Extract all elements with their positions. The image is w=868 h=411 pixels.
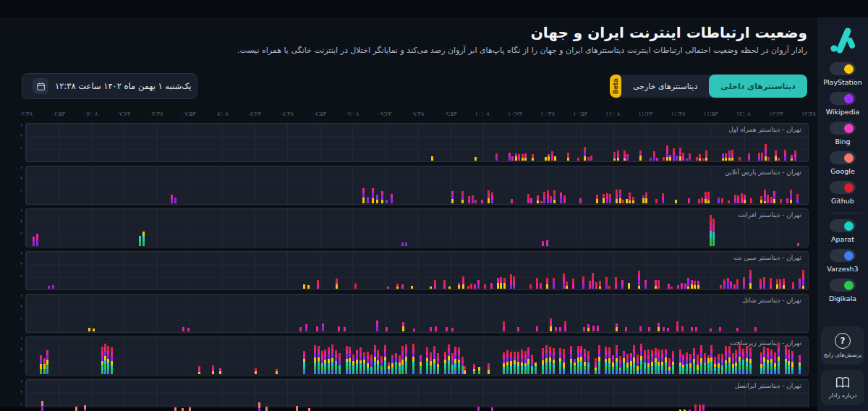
status-bar xyxy=(653,151,655,161)
beta-badge: Beta xyxy=(610,75,621,98)
status-bar xyxy=(346,346,348,374)
status-bar xyxy=(633,345,635,374)
time-axis-label: ۱۱:۰۸ xyxy=(605,111,620,117)
status-bar xyxy=(686,158,688,161)
time-axis-label: ۱۱:۵۳ xyxy=(704,111,718,117)
status-bar xyxy=(413,329,415,331)
tab-internal-datacenters[interactable]: دیتاسنترهای داخلی xyxy=(709,75,807,98)
status-bar xyxy=(308,408,310,411)
status-bar xyxy=(584,349,586,374)
service-toggle-digikala[interactable] xyxy=(830,279,856,292)
service-toggle-varzesh3[interactable] xyxy=(830,249,856,262)
status-bar xyxy=(444,352,446,374)
status-bar xyxy=(467,286,469,289)
y-axis-tick: ۶ xyxy=(20,336,23,342)
y-axis-tick: ۰ xyxy=(20,368,23,374)
status-bar xyxy=(497,278,499,289)
service-toggle-bing[interactable] xyxy=(830,122,856,135)
service-toggle-aparat[interactable] xyxy=(830,219,856,232)
status-bar xyxy=(707,192,710,203)
status-bar xyxy=(517,327,519,331)
status-bar xyxy=(637,355,639,374)
y-axis-tick: ۶ xyxy=(20,208,23,213)
status-bar xyxy=(650,158,652,161)
status-bar xyxy=(681,326,684,331)
status-bar xyxy=(689,354,692,374)
service-toggle-wikipedia[interactable] xyxy=(830,92,856,105)
status-bar xyxy=(597,326,599,331)
status-bar xyxy=(472,195,474,203)
status-bar xyxy=(391,355,393,374)
status-bar xyxy=(746,346,748,374)
status-bar xyxy=(791,155,793,161)
status-bar xyxy=(679,349,681,374)
time-axis-label: ۱۰:۵۳ xyxy=(573,111,587,117)
status-bar xyxy=(405,242,407,246)
status-bar xyxy=(773,191,775,203)
status-bar xyxy=(655,199,658,203)
status-bar xyxy=(695,327,697,331)
tab-external-datacenters[interactable]: دیتاسنترهای خارجی xyxy=(621,75,709,98)
y-axis-tick: ۴ xyxy=(20,219,23,224)
datacenter-chart-rows: تهران - دیتاسنتر همراه اول۶۴۲۰تهران - دی… xyxy=(25,123,809,411)
service-toggle-google[interactable] xyxy=(830,151,856,164)
date-time-badge[interactable]: یک‌شنبه ۱ بهمن ماه ۱۴۰۲ ساعت ۱۲:۳۸ xyxy=(22,73,197,99)
status-bar xyxy=(524,351,527,375)
status-bar xyxy=(171,195,173,203)
status-bar xyxy=(430,352,432,374)
status-bar xyxy=(356,350,358,374)
status-bar xyxy=(370,355,373,374)
status-bar xyxy=(387,287,389,289)
y-axis-tick: ۲ xyxy=(20,316,23,322)
status-bar xyxy=(779,279,781,289)
status-bar xyxy=(739,344,741,374)
faq-card[interactable]: ? پرسش‌های رایج xyxy=(821,326,864,365)
status-bar xyxy=(694,404,697,411)
service-toggle-playstation[interactable] xyxy=(830,62,856,75)
status-bar xyxy=(658,323,660,331)
status-bar xyxy=(679,148,681,161)
status-bar xyxy=(503,321,505,331)
status-bar xyxy=(792,282,794,289)
status-bar xyxy=(697,355,699,374)
datacenter-panel: تهران - دیتاسنتر مبین نت۶۴۲۰ xyxy=(25,251,809,290)
status-bar xyxy=(522,154,524,161)
status-bar xyxy=(490,283,493,289)
status-bar xyxy=(665,349,667,374)
status-bar xyxy=(764,190,766,203)
status-bar xyxy=(101,347,103,374)
status-bar xyxy=(639,326,642,331)
status-bar xyxy=(488,190,490,203)
y-axis-tick: ۶ xyxy=(20,293,23,299)
service-toggle-github[interactable] xyxy=(830,181,856,194)
status-bar xyxy=(265,407,268,411)
service-label: Digikala xyxy=(829,295,856,302)
status-bar xyxy=(702,158,705,161)
y-axis-tick: ۲ xyxy=(20,359,23,365)
status-bar xyxy=(381,191,383,203)
status-bar xyxy=(88,328,90,331)
status-bar xyxy=(448,287,451,289)
status-bar xyxy=(395,353,397,374)
status-bar xyxy=(491,407,493,411)
status-bar xyxy=(550,318,552,331)
status-bar xyxy=(739,157,741,161)
status-bar xyxy=(344,327,346,331)
status-bar xyxy=(668,284,670,289)
status-bar xyxy=(608,347,610,374)
status-bar xyxy=(93,329,95,331)
status-bar xyxy=(778,158,780,161)
time-axis-label: ۱۰:۲۳ xyxy=(508,111,522,117)
status-bar xyxy=(386,327,388,331)
status-bar xyxy=(339,353,341,374)
arvan-logo[interactable] xyxy=(828,25,857,56)
status-bar xyxy=(564,321,566,331)
status-bar xyxy=(307,285,310,289)
status-bar xyxy=(503,352,505,374)
status-bar xyxy=(712,219,715,246)
about-radar-card[interactable]: درباره رادار xyxy=(821,370,864,405)
status-bar xyxy=(189,407,191,411)
status-bar xyxy=(336,279,338,289)
status-bar xyxy=(559,348,561,374)
about-radar-label: درباره رادار xyxy=(829,392,856,399)
